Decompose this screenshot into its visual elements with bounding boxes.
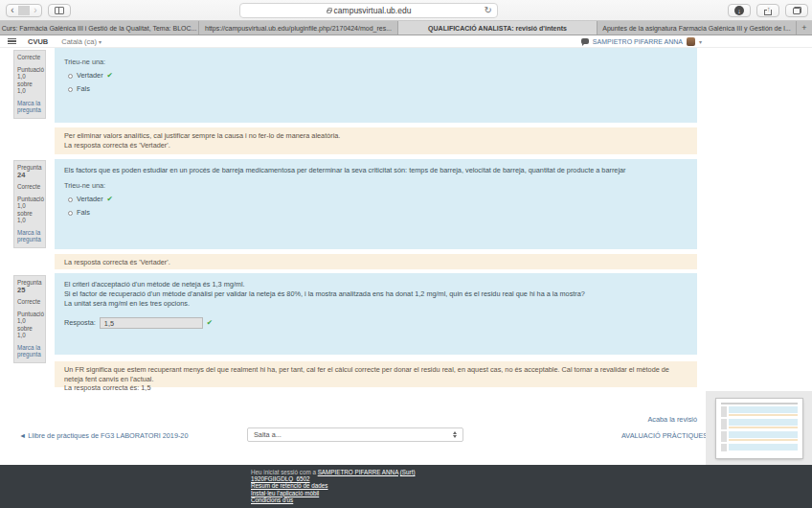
question-formulation: Trieu-ne una: Vertader ✔ Fals (55, 48, 697, 123)
question-info-23: Correcte Puntuació 1,0 sobre 1,0 Marca l… (13, 50, 46, 119)
url-text: campusvirtual.ub.edu (334, 6, 412, 15)
history-nav-buttons[interactable]: ‹ › (6, 4, 42, 17)
grade-label: Puntuació (17, 311, 42, 318)
question-text: Els factors que es poden estudiar en un … (64, 166, 688, 175)
login-info-text: Heu iniciat sessió com a (251, 469, 316, 475)
flag-question-link[interactable]: Marca la pregunta (17, 100, 42, 114)
correct-check-icon: ✔ (107, 195, 113, 204)
answer-prompt: Trieu-ne una: (64, 58, 688, 67)
tabs-icon (793, 7, 801, 14)
screenshot-preview-panel (706, 391, 812, 465)
option-fals[interactable]: Fals (68, 84, 688, 94)
grade-value: 1,0 (17, 87, 42, 95)
share-button[interactable]: ↑ (756, 4, 779, 17)
menu-icon[interactable] (8, 38, 16, 45)
mobile-app-link[interactable]: Instal·leu l'aplicació mòbil (251, 490, 319, 496)
tab-course[interactable]: Curs: Farmàcia Galènica III i Gestió de … (0, 21, 199, 35)
question-feedback: La resposta correcta és 'Vertader'. (55, 254, 697, 269)
question-formulation: El criteri d'acceptació d'un mètode de n… (55, 273, 697, 355)
grade-value: 1,0 (17, 217, 42, 224)
question-info-24: Pregunta 24 Correcte Puntuació 1,0 sobre… (13, 160, 46, 248)
tab-overview-button[interactable] (785, 4, 808, 17)
browser-window: ‹ › campusvirtual.ub.edu ↻ ↓ ↑ (0, 0, 812, 508)
screenshot-preview-thumbnail[interactable] (716, 399, 802, 458)
question-feedback: Per eliminar valors analítics, cal justi… (55, 127, 697, 154)
jump-to-select[interactable]: Salta a... (247, 427, 463, 442)
grade-label: Puntuació (17, 196, 42, 203)
question-block-24: Pregunta 24 Correcte Puntuació 1,0 sobre… (13, 159, 697, 269)
correct-check-icon: ✔ (107, 71, 113, 81)
language-menu[interactable]: Català (ca) ▾ (61, 37, 102, 46)
answer-label: Resposta: (64, 318, 96, 328)
grade-value: 1,0 sobre (17, 317, 42, 332)
grade-value: 1,0 sobre (17, 73, 42, 87)
user-menu-link[interactable]: SAMPIETRO PIFARRE ANNA (593, 38, 683, 45)
avatar[interactable] (687, 37, 695, 46)
tab-bar: Curs: Farmàcia Galènica III i Gestió de … (0, 21, 812, 35)
new-tab-button[interactable]: + (797, 21, 812, 35)
data-retention-link[interactable]: Resum de retenció de dades (251, 482, 328, 489)
question-text: El criteri d'acceptació d'un mètode de n… (64, 280, 688, 289)
option-vertader[interactable]: Vertader ✔ (68, 195, 688, 204)
flag-question-link[interactable]: Marca la pregunta (17, 344, 42, 358)
question-state: Correcte (17, 298, 42, 306)
correct-check-icon: ✔ (207, 318, 213, 328)
option-fals[interactable]: Fals (68, 208, 688, 218)
sidebar-toggle-button[interactable] (48, 4, 71, 17)
answer-prompt: Trieu-ne una: (64, 181, 688, 191)
finish-review-link[interactable]: Acaba la revisió (13, 415, 697, 424)
share-icon: ↑ (764, 7, 772, 15)
tab-pluginfile[interactable]: https://campusvirtual.ub.edu/pluginfile.… (199, 21, 398, 35)
grade-label: Puntuació (17, 66, 42, 74)
course-code-link[interactable]: 1920FGIIGDLQ_6502 (251, 475, 310, 482)
question-feedback: Un FR significa que estem recuperant men… (55, 361, 697, 387)
browser-toolbar: ‹ › campusvirtual.ub.edu ↻ ↓ ↑ (0, 0, 812, 21)
messages-icon[interactable] (581, 38, 589, 44)
address-bar[interactable]: campusvirtual.ub.edu ↻ (239, 3, 498, 18)
radio-icon[interactable] (68, 87, 73, 92)
reload-icon[interactable]: ↻ (485, 5, 492, 15)
radio-icon[interactable] (68, 74, 73, 79)
logout-link[interactable]: (Surt) (400, 469, 416, 475)
question-block-25: Pregunta 25 Correcte Puntuació 1,0 sobre… (13, 273, 697, 387)
radio-icon[interactable] (68, 211, 73, 216)
brand-link[interactable]: CVUB (28, 37, 48, 46)
tab-quiz-review[interactable]: QUALIFICACIÓ ANALISTA: revisió d'intents (398, 21, 598, 35)
forward-icon[interactable]: › (30, 6, 41, 15)
grade-value: 1,0 sobre (17, 202, 42, 217)
grade-value: 1,0 (17, 332, 42, 339)
back-icon[interactable]: ‹ (7, 6, 18, 15)
page-footer: Heu iniciat sessió com a SAMPIETRO PIFAR… (0, 465, 812, 508)
question-state: Correcte (17, 54, 42, 61)
page-content: CVUB Català (ca) ▾ SAMPIETRO PIFARRE ANN… (0, 35, 812, 465)
select-arrows-icon (453, 431, 457, 438)
question-number: 25 (17, 287, 42, 294)
divider (18, 6, 30, 15)
user-caret-icon[interactable]: ▾ (699, 38, 702, 45)
downloads-button[interactable]: ↓ (728, 4, 751, 17)
question-formulation: Els factors que es poden estudiar en un … (55, 159, 697, 249)
question-text: La unitat serà mg/ml en les tres opcions… (64, 299, 688, 309)
lock-icon (327, 10, 331, 13)
question-number: 24 (17, 172, 42, 179)
terms-link[interactable]: Condicions d'ús (251, 496, 293, 503)
question-text: Si el factor de recuperació d'un mètode … (64, 289, 688, 299)
moodle-navbar: CVUB Català (ca) ▾ SAMPIETRO PIFARRE ANN… (0, 35, 812, 48)
previous-activity-link[interactable]: ◄ Llibre de pràctiques de FG3 LABORATORI… (19, 431, 189, 440)
flag-question-link[interactable]: Marca la pregunta (17, 229, 42, 243)
sidebar-icon (55, 7, 64, 14)
answer-input[interactable] (100, 317, 203, 329)
option-vertader[interactable]: Vertader ✔ (68, 71, 688, 81)
question-block-23: Correcte Puntuació 1,0 sobre 1,0 Marca l… (13, 48, 697, 154)
next-activity-link[interactable]: AVALUACIÓ PRÀCTIQUES ► (621, 431, 716, 440)
tab-apuntes[interactable]: Apuntes de la asignatura Farmacia Galéni… (598, 21, 797, 35)
question-info-25: Pregunta 25 Correcte Puntuació 1,0 sobre… (13, 275, 46, 363)
download-icon: ↓ (734, 6, 744, 15)
question-state: Correcte (17, 183, 42, 191)
logged-in-user-link[interactable]: SAMPIETRO PIFARRE ANNA (318, 469, 398, 475)
radio-icon[interactable] (68, 197, 73, 202)
